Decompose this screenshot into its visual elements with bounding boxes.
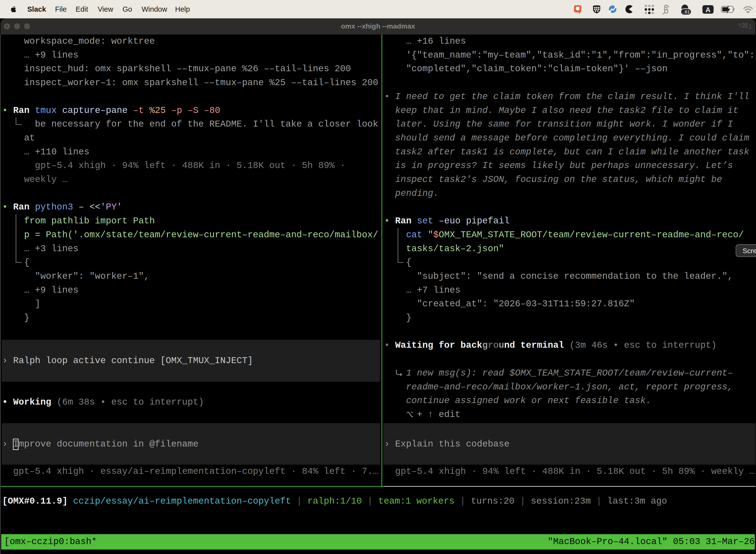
svg-text:..61: ..61 xyxy=(682,9,690,14)
